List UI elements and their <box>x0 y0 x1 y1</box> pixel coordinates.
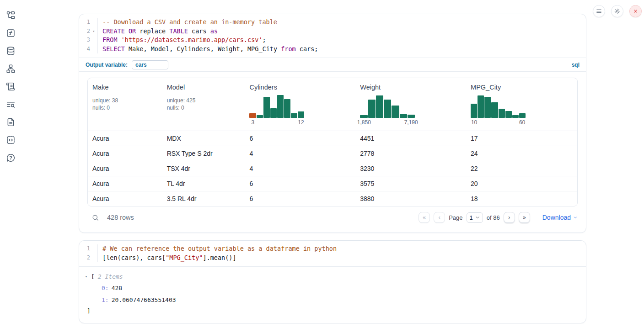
shutdown-button[interactable] <box>629 5 642 17</box>
line-number: 3 <box>79 36 90 45</box>
menu-button[interactable] <box>593 5 605 17</box>
last-page-button[interactable]: » <box>519 212 530 223</box>
histogram-max-label: 60 <box>519 119 525 126</box>
column-header[interactable]: Makeunique: 38nulls: 0 <box>88 78 162 131</box>
sidebar-item-table-search[interactable] <box>5 99 16 110</box>
table-cell: 6 <box>245 180 355 187</box>
sql-code-editor[interactable]: 1-- Download a CSV and create an in-memo… <box>79 14 586 58</box>
table-cell: 4 <box>245 150 355 157</box>
first-page-button[interactable]: « <box>419 212 430 223</box>
chevron-down-icon <box>475 215 480 220</box>
page-select[interactable]: 1 <box>467 212 483 223</box>
sidebar-item-file-tree[interactable] <box>5 10 16 21</box>
column-histogram: 1,8507,190 <box>360 94 415 126</box>
sidebar-item-help[interactable] <box>5 152 16 163</box>
table-row[interactable]: AcuraTSX 4dr4323022 <box>88 161 577 176</box>
line-number: 1 <box>79 18 90 27</box>
page-label: Page <box>449 214 462 221</box>
tree-entry-value: 428 <box>112 285 122 291</box>
total-pages-label: of 86 <box>487 214 500 221</box>
histogram-bar <box>284 99 290 118</box>
sidebar-item-logs[interactable] <box>5 81 16 92</box>
python-code-editor[interactable]: 1# We can reference the output variable … <box>79 241 586 266</box>
dependency-graph-icon <box>6 64 16 74</box>
search-icon <box>91 214 99 222</box>
python-cell-output: ▾ [ 2 Items 0:428 1:20.060747663551403 ] <box>79 266 586 323</box>
table-cell: TSX 4dr <box>162 165 245 172</box>
tree-entry: 1:20.060747663551403 <box>85 296 579 304</box>
column-header[interactable]: Weight1,8507,190 <box>355 78 466 131</box>
histogram-bar <box>471 104 477 118</box>
table-row[interactable]: Acura3.5 RL 4dr6388018 <box>88 191 577 206</box>
column-stat: unique: 425 <box>167 97 241 104</box>
table-footer: 428 rows « ‹ Page 1 of 86 › » Do <box>87 210 578 225</box>
download-button[interactable]: Download <box>542 214 578 221</box>
histogram-max-label: 7,190 <box>404 119 418 126</box>
histogram-bar <box>408 115 415 118</box>
table-row[interactable]: AcuraRSX Type S 2dr4277824 <box>88 146 577 161</box>
column-label: Make <box>92 84 158 91</box>
tree-collapse-icon[interactable]: ▾ <box>85 275 91 279</box>
column-label: Cylinders <box>249 84 351 91</box>
logs-icon <box>6 82 16 91</box>
tree-close-bracket: ] <box>85 307 579 314</box>
sql-cell: 1-- Download a CSV and create an in-memo… <box>79 14 586 233</box>
table-cell: RSX Type S 2dr <box>162 150 245 157</box>
table-cell: 18 <box>466 195 577 202</box>
table-cell: Acura <box>88 180 162 187</box>
functions-icon <box>6 28 16 38</box>
table-cell: Acura <box>88 195 162 202</box>
histogram-bar <box>368 100 376 118</box>
histogram-bar <box>400 114 407 118</box>
fold-chevron-icon[interactable]: ▾ <box>90 27 97 36</box>
histogram-max-label: 12 <box>298 119 304 126</box>
pagination: « ‹ Page 1 of 86 › » Download <box>419 212 578 223</box>
column-header[interactable]: Modelunique: 425nulls: 0 <box>162 78 245 131</box>
sidebar-item-datasources[interactable] <box>5 45 16 56</box>
table-cell: TL 4dr <box>162 180 245 187</box>
table-row[interactable]: AcuraMDX6445117 <box>88 131 577 146</box>
table-header-row: Makeunique: 38nulls: 0Modelunique: 425nu… <box>88 78 577 131</box>
code-line: 2[len(cars), cars["MPG_City"].mean()] <box>79 254 586 263</box>
settings-button[interactable] <box>611 5 623 17</box>
table-cell: 3.5 RL 4dr <box>162 195 245 202</box>
output-variable-input[interactable] <box>132 60 168 69</box>
tree-root-row: ▾ [ 2 Items <box>85 273 579 280</box>
code-line: 3FROM 'https://datasets.marimo.app/cars.… <box>79 36 586 45</box>
code-line: 4SELECT Make, Model, Cylinders, Weight, … <box>79 45 586 54</box>
table-cell: 24 <box>466 150 577 157</box>
table-search-button[interactable] <box>91 214 99 222</box>
histogram-bar <box>277 95 284 118</box>
code-line: 1-- Download a CSV and create an in-memo… <box>79 18 586 27</box>
next-page-button[interactable]: › <box>504 212 515 223</box>
column-histogram: 312 <box>249 94 304 126</box>
close-icon <box>632 8 639 15</box>
table-cell: 6 <box>245 195 355 202</box>
help-icon <box>6 153 16 163</box>
tree-entry-key: 0: <box>102 285 109 291</box>
sidebar-item-dependency-graph[interactable] <box>5 63 16 74</box>
line-number: 2 <box>79 254 90 263</box>
table-cell: 20 <box>466 180 577 187</box>
histogram-bar <box>270 108 277 118</box>
column-header[interactable]: Cylinders312 <box>245 78 355 131</box>
column-histogram: 1060 <box>471 94 526 126</box>
table-cell: 4451 <box>355 135 466 142</box>
table-cell: 3575 <box>355 180 466 187</box>
code-text: FROM 'https://datasets.marimo.app/cars.c… <box>102 36 266 45</box>
sidebar-item-snippets[interactable] <box>5 134 16 145</box>
histogram-min-label: 1,850 <box>357 119 371 126</box>
line-number: 2 <box>79 27 90 36</box>
table-cell: 2778 <box>355 150 466 157</box>
column-label: MPG_City <box>471 84 573 91</box>
output-variable-bar: Output variable: sql <box>79 58 586 72</box>
histogram-bar <box>499 109 505 118</box>
histogram-bar <box>505 111 512 118</box>
column-header[interactable]: MPG_City1060 <box>466 78 577 131</box>
datasources-icon <box>6 46 16 56</box>
sidebar-item-documentation[interactable] <box>5 116 16 127</box>
sidebar-item-functions[interactable] <box>5 27 16 38</box>
previous-page-button[interactable]: ‹ <box>434 212 445 223</box>
table-row[interactable]: AcuraTL 4dr6357520 <box>88 176 577 191</box>
histogram-bar <box>360 115 367 118</box>
